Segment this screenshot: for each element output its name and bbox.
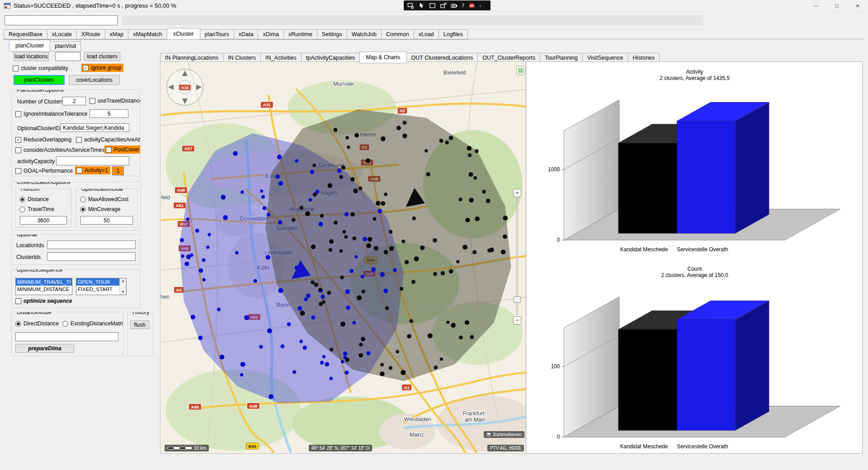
sequence-mode-listbox[interactable]: MINIMUM_TRAVEL_TIMINIMUM_DISTANCE — [15, 278, 72, 295]
optimize-sequence-checkbox[interactable]: optimize sequence — [15, 298, 72, 304]
frame-icon[interactable] — [429, 2, 436, 9]
tab-xload[interactable]: xLoad — [414, 29, 439, 40]
tab-xruntime[interactable]: xRuntime — [283, 29, 317, 40]
no-entry-icon[interactable] — [468, 2, 475, 9]
layers-mini-button[interactable] — [516, 66, 525, 75]
list-item-fixed-start[interactable]: FIXED_START — [76, 286, 119, 293]
subtab-planvisit[interactable]: planVisit — [50, 41, 81, 52]
map[interactable]: A31A2A57A2A44A40A46A61A52A46B54A45A4A61A… — [161, 62, 526, 453]
cover-locations-button[interactable]: coverLocations — [69, 75, 120, 85]
map-compass-control[interactable]: A18 — [165, 68, 204, 107]
minimize-button[interactable]: ─ — [806, 0, 826, 12]
tab-plantours[interactable]: planTours — [200, 29, 234, 40]
tab-xroute[interactable]: XRoute — [76, 29, 105, 40]
load-locations-button[interactable]: load locations — [14, 52, 49, 61]
horizon-value-field[interactable]: 3600 — [20, 216, 67, 225]
reduce-overlapping-checkbox[interactable]: ReduceOverlapping — [15, 136, 71, 143]
blue-location-dot — [221, 195, 226, 200]
road-shield-a61: A61 — [173, 202, 186, 209]
tab-common[interactable]: Common — [381, 29, 414, 40]
prepare-dima-button[interactable]: prepareDima — [15, 344, 74, 353]
subtab-plancluster[interactable]: planCluster — [9, 40, 50, 52]
cover-location-options-group: CoverLocationOptions Horizon Distance Tr… — [11, 182, 141, 230]
list-item-minimum-travel-ti[interactable]: MINIMUM_TRAVEL_TI — [16, 278, 72, 286]
maximize-button[interactable]: □ — [826, 0, 847, 12]
checkbox-icon — [76, 168, 82, 174]
tab-xmapmatch[interactable]: xMapMatch — [128, 29, 167, 40]
cursor-icon[interactable] — [418, 2, 425, 9]
load-clusters-button[interactable]: load clusters — [84, 52, 120, 61]
radio-label: TravelTime — [28, 206, 54, 212]
titlebar[interactable]: Status=SUCCEEDED , elapsedTime=0 s , pro… — [0, 0, 868, 12]
activity-eq-1-checkbox[interactable]: Activity=1 — [75, 166, 110, 174]
ignore-group-checkbox[interactable]: ignore group — [81, 64, 123, 72]
horizon-travel-time-radio[interactable]: TravelTime — [19, 206, 54, 212]
blue-location-dot — [330, 377, 333, 380]
tab-xdima[interactable]: xDima — [258, 29, 283, 40]
black-location-dot — [376, 201, 381, 206]
plan-clusters-button[interactable]: planClusters — [14, 75, 65, 85]
goal-performance-checkbox[interactable]: GOAL=Performance — [15, 168, 73, 174]
scroll-down-icon[interactable]: ▼ — [121, 289, 125, 295]
screen-tool-icon[interactable] — [407, 2, 414, 9]
activity-capacities-absolute-checkbox[interactable]: activityCapacitiesAreAbsolute — [76, 136, 141, 143]
tab-xlocate[interactable]: xLocate — [47, 29, 77, 40]
close-button[interactable]: ✕ — [847, 0, 868, 12]
tab-xmap[interactable]: xMap — [105, 29, 129, 40]
innertab-map-charts[interactable]: Map & Charts — [359, 52, 406, 63]
consider-activities-service-times-checkbox[interactable]: considerActivitiesAsServiceTimes — [15, 147, 104, 153]
frame-export-icon[interactable] — [440, 2, 447, 9]
optional-cluster-ids-field[interactable]: Kandidat Siegen;Kandida — [61, 123, 129, 132]
max-allowed-cost-radio[interactable]: MaxAllowedCost — [80, 196, 128, 202]
black-location-dot — [482, 190, 486, 193]
tab-logfiles[interactable]: Logfiles — [439, 29, 468, 40]
tab-settings[interactable]: Settings — [317, 29, 347, 40]
dima-field[interactable] — [15, 332, 118, 341]
activity-capacity-field[interactable] — [56, 156, 129, 165]
screen-overlay-toolbar[interactable]: 7 ‹ — [404, 0, 491, 10]
radio-icon — [15, 321, 21, 327]
camera-icon[interactable] — [451, 2, 458, 9]
tour-type-listbox[interactable]: OPEN_TOURFIXED_START ▲▼ — [76, 278, 127, 295]
locations-count-field[interactable] — [55, 52, 80, 61]
blue-location-dot — [235, 251, 238, 254]
ignore-imbalance-tolerance-checkbox[interactable]: IgnoreImbalanceTolerance — [15, 111, 87, 117]
blue-location-dot — [261, 195, 265, 199]
flush-button[interactable]: flush — [130, 320, 149, 329]
tab-watchjob[interactable]: WatchJob — [347, 29, 382, 40]
blue-location-dot — [308, 198, 312, 202]
zoom-handle[interactable] — [514, 296, 521, 303]
direct-distance-radio[interactable]: DirectDistance — [15, 320, 59, 327]
optimization-goal-value-field[interactable]: 50 — [80, 216, 133, 225]
existing-distance-matrix-radio[interactable]: ExistingDistanceMatrix — [62, 320, 123, 327]
use-travel-distance-checkbox[interactable]: useTravelDistance — [90, 98, 141, 104]
horizon-distance-radio[interactable]: Distance — [19, 196, 49, 202]
tab-xdata[interactable]: xData — [234, 29, 259, 40]
post-cover-checkbox[interactable]: PostCover — [104, 146, 141, 154]
imbalance-tolerance-field[interactable]: 5 — [90, 109, 128, 118]
compass-shield-label: A18 — [181, 85, 189, 90]
zoom-slider[interactable]: + − — [513, 189, 521, 324]
bar-servicestelle-overath — [677, 102, 769, 233]
number-of-clusters-field[interactable]: 2 — [62, 97, 86, 105]
list-item-minimum-distance[interactable]: MINIMUM_DISTANCE — [16, 286, 72, 293]
blue-location-dot — [220, 355, 225, 360]
request-input[interactable] — [5, 15, 118, 25]
activity-value-field[interactable]: 1 — [112, 166, 124, 175]
list-item-open-tour[interactable]: OPEN_TOUR — [76, 278, 119, 286]
listbox-scrollbar[interactable]: ▲▼ — [119, 278, 126, 295]
min-coverage-radio[interactable]: MinCoverage — [80, 206, 120, 212]
scroll-up-icon[interactable]: ▲ — [121, 278, 125, 284]
cluster-ids-field[interactable] — [47, 252, 136, 261]
map-layers-button[interactable]: Kartenebenen — [484, 431, 524, 438]
tab-requestbase[interactable]: RequestBase — [4, 29, 47, 40]
location-ids-field[interactable] — [47, 240, 136, 249]
tab-xcluster[interactable]: xCluster — [167, 28, 200, 40]
map-canvas[interactable]: A31A2A57A2A44A40A46A61A52A46B54A45A4A61A… — [161, 62, 526, 453]
checkbox-icon — [15, 137, 21, 143]
black-location-dot — [473, 176, 477, 180]
zoom-in-button[interactable]: + — [513, 189, 521, 197]
chevron-left-icon[interactable]: ‹ — [479, 2, 481, 9]
zoom-out-button[interactable]: − — [513, 316, 521, 324]
cluster-compatibility-checkbox[interactable]: cluster compatibility — [13, 65, 68, 71]
